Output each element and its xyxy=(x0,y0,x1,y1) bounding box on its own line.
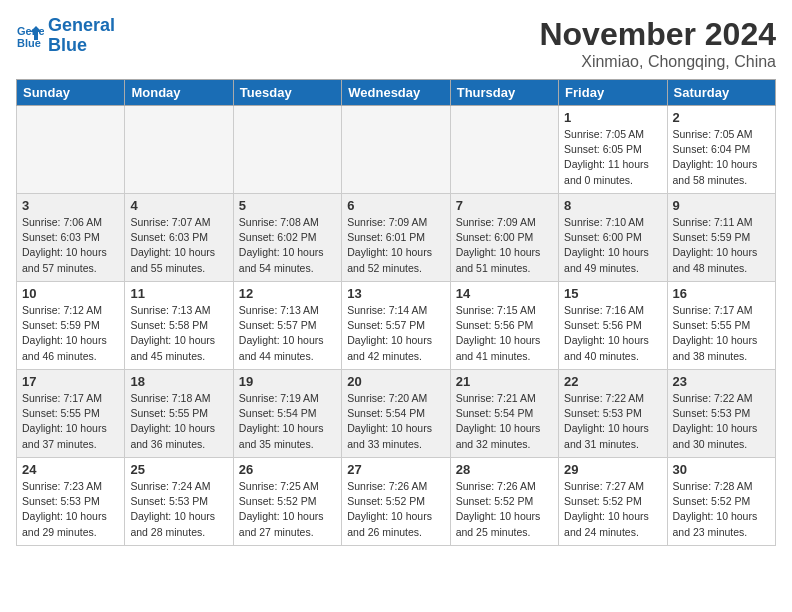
calendar-day-cell: 12Sunrise: 7:13 AM Sunset: 5:57 PM Dayli… xyxy=(233,282,341,370)
day-number: 27 xyxy=(347,462,444,477)
calendar-day-cell: 6Sunrise: 7:09 AM Sunset: 6:01 PM Daylig… xyxy=(342,194,450,282)
calendar-day-cell: 26Sunrise: 7:25 AM Sunset: 5:52 PM Dayli… xyxy=(233,458,341,546)
day-info: Sunrise: 7:24 AM Sunset: 5:53 PM Dayligh… xyxy=(130,479,227,540)
calendar-week-row: 24Sunrise: 7:23 AM Sunset: 5:53 PM Dayli… xyxy=(17,458,776,546)
calendar-day-cell xyxy=(342,106,450,194)
day-number: 16 xyxy=(673,286,770,301)
day-info: Sunrise: 7:10 AM Sunset: 6:00 PM Dayligh… xyxy=(564,215,661,276)
day-number: 26 xyxy=(239,462,336,477)
calendar-day-cell: 28Sunrise: 7:26 AM Sunset: 5:52 PM Dayli… xyxy=(450,458,558,546)
day-info: Sunrise: 7:07 AM Sunset: 6:03 PM Dayligh… xyxy=(130,215,227,276)
day-info: Sunrise: 7:13 AM Sunset: 5:58 PM Dayligh… xyxy=(130,303,227,364)
calendar-day-cell: 14Sunrise: 7:15 AM Sunset: 5:56 PM Dayli… xyxy=(450,282,558,370)
day-info: Sunrise: 7:05 AM Sunset: 6:05 PM Dayligh… xyxy=(564,127,661,188)
day-info: Sunrise: 7:26 AM Sunset: 5:52 PM Dayligh… xyxy=(456,479,553,540)
calendar-day-cell: 22Sunrise: 7:22 AM Sunset: 5:53 PM Dayli… xyxy=(559,370,667,458)
day-number: 21 xyxy=(456,374,553,389)
day-number: 24 xyxy=(22,462,119,477)
day-info: Sunrise: 7:23 AM Sunset: 5:53 PM Dayligh… xyxy=(22,479,119,540)
calendar-day-cell xyxy=(233,106,341,194)
calendar-day-cell: 5Sunrise: 7:08 AM Sunset: 6:02 PM Daylig… xyxy=(233,194,341,282)
day-number: 25 xyxy=(130,462,227,477)
calendar-day-cell: 18Sunrise: 7:18 AM Sunset: 5:55 PM Dayli… xyxy=(125,370,233,458)
day-info: Sunrise: 7:28 AM Sunset: 5:52 PM Dayligh… xyxy=(673,479,770,540)
day-number: 30 xyxy=(673,462,770,477)
calendar-day-cell: 10Sunrise: 7:12 AM Sunset: 5:59 PM Dayli… xyxy=(17,282,125,370)
calendar-week-row: 10Sunrise: 7:12 AM Sunset: 5:59 PM Dayli… xyxy=(17,282,776,370)
day-number: 19 xyxy=(239,374,336,389)
day-info: Sunrise: 7:13 AM Sunset: 5:57 PM Dayligh… xyxy=(239,303,336,364)
weekday-header-row: SundayMondayTuesdayWednesdayThursdayFrid… xyxy=(17,80,776,106)
day-number: 15 xyxy=(564,286,661,301)
location-title: Xinmiao, Chongqing, China xyxy=(539,53,776,71)
day-number: 6 xyxy=(347,198,444,213)
calendar-day-cell: 13Sunrise: 7:14 AM Sunset: 5:57 PM Dayli… xyxy=(342,282,450,370)
calendar-day-cell: 30Sunrise: 7:28 AM Sunset: 5:52 PM Dayli… xyxy=(667,458,775,546)
calendar-week-row: 17Sunrise: 7:17 AM Sunset: 5:55 PM Dayli… xyxy=(17,370,776,458)
calendar-day-cell: 9Sunrise: 7:11 AM Sunset: 5:59 PM Daylig… xyxy=(667,194,775,282)
calendar-day-cell: 19Sunrise: 7:19 AM Sunset: 5:54 PM Dayli… xyxy=(233,370,341,458)
month-title: November 2024 xyxy=(539,16,776,53)
day-number: 9 xyxy=(673,198,770,213)
calendar-day-cell: 17Sunrise: 7:17 AM Sunset: 5:55 PM Dayli… xyxy=(17,370,125,458)
calendar-week-row: 3Sunrise: 7:06 AM Sunset: 6:03 PM Daylig… xyxy=(17,194,776,282)
day-info: Sunrise: 7:14 AM Sunset: 5:57 PM Dayligh… xyxy=(347,303,444,364)
day-info: Sunrise: 7:09 AM Sunset: 6:01 PM Dayligh… xyxy=(347,215,444,276)
day-number: 4 xyxy=(130,198,227,213)
calendar-day-cell: 20Sunrise: 7:20 AM Sunset: 5:54 PM Dayli… xyxy=(342,370,450,458)
day-info: Sunrise: 7:18 AM Sunset: 5:55 PM Dayligh… xyxy=(130,391,227,452)
day-info: Sunrise: 7:08 AM Sunset: 6:02 PM Dayligh… xyxy=(239,215,336,276)
day-info: Sunrise: 7:25 AM Sunset: 5:52 PM Dayligh… xyxy=(239,479,336,540)
day-info: Sunrise: 7:05 AM Sunset: 6:04 PM Dayligh… xyxy=(673,127,770,188)
day-number: 28 xyxy=(456,462,553,477)
calendar-day-cell: 25Sunrise: 7:24 AM Sunset: 5:53 PM Dayli… xyxy=(125,458,233,546)
day-number: 29 xyxy=(564,462,661,477)
calendar-day-cell xyxy=(17,106,125,194)
day-number: 8 xyxy=(564,198,661,213)
day-info: Sunrise: 7:16 AM Sunset: 5:56 PM Dayligh… xyxy=(564,303,661,364)
calendar-day-cell: 1Sunrise: 7:05 AM Sunset: 6:05 PM Daylig… xyxy=(559,106,667,194)
title-area: November 2024 Xinmiao, Chongqing, China xyxy=(539,16,776,71)
day-number: 17 xyxy=(22,374,119,389)
calendar-day-cell: 7Sunrise: 7:09 AM Sunset: 6:00 PM Daylig… xyxy=(450,194,558,282)
day-info: Sunrise: 7:06 AM Sunset: 6:03 PM Dayligh… xyxy=(22,215,119,276)
weekday-header-monday: Monday xyxy=(125,80,233,106)
calendar-day-cell: 16Sunrise: 7:17 AM Sunset: 5:55 PM Dayli… xyxy=(667,282,775,370)
day-number: 23 xyxy=(673,374,770,389)
calendar-day-cell xyxy=(125,106,233,194)
day-number: 5 xyxy=(239,198,336,213)
day-number: 18 xyxy=(130,374,227,389)
weekday-header-friday: Friday xyxy=(559,80,667,106)
day-number: 14 xyxy=(456,286,553,301)
weekday-header-sunday: Sunday xyxy=(17,80,125,106)
calendar-day-cell: 8Sunrise: 7:10 AM Sunset: 6:00 PM Daylig… xyxy=(559,194,667,282)
calendar-day-cell xyxy=(450,106,558,194)
calendar-day-cell: 21Sunrise: 7:21 AM Sunset: 5:54 PM Dayli… xyxy=(450,370,558,458)
calendar-day-cell: 4Sunrise: 7:07 AM Sunset: 6:03 PM Daylig… xyxy=(125,194,233,282)
day-number: 12 xyxy=(239,286,336,301)
calendar-table: SundayMondayTuesdayWednesdayThursdayFrid… xyxy=(16,79,776,546)
day-number: 11 xyxy=(130,286,227,301)
day-info: Sunrise: 7:27 AM Sunset: 5:52 PM Dayligh… xyxy=(564,479,661,540)
day-number: 7 xyxy=(456,198,553,213)
logo-icon: General Blue xyxy=(16,22,44,50)
calendar-day-cell: 24Sunrise: 7:23 AM Sunset: 5:53 PM Dayli… xyxy=(17,458,125,546)
calendar-day-cell: 2Sunrise: 7:05 AM Sunset: 6:04 PM Daylig… xyxy=(667,106,775,194)
day-info: Sunrise: 7:12 AM Sunset: 5:59 PM Dayligh… xyxy=(22,303,119,364)
day-number: 1 xyxy=(564,110,661,125)
header: General Blue General Blue November 2024 … xyxy=(16,16,776,71)
day-number: 13 xyxy=(347,286,444,301)
day-info: Sunrise: 7:17 AM Sunset: 5:55 PM Dayligh… xyxy=(673,303,770,364)
day-info: Sunrise: 7:22 AM Sunset: 5:53 PM Dayligh… xyxy=(673,391,770,452)
day-info: Sunrise: 7:09 AM Sunset: 6:00 PM Dayligh… xyxy=(456,215,553,276)
day-number: 22 xyxy=(564,374,661,389)
day-info: Sunrise: 7:26 AM Sunset: 5:52 PM Dayligh… xyxy=(347,479,444,540)
calendar-day-cell: 23Sunrise: 7:22 AM Sunset: 5:53 PM Dayli… xyxy=(667,370,775,458)
day-info: Sunrise: 7:22 AM Sunset: 5:53 PM Dayligh… xyxy=(564,391,661,452)
day-info: Sunrise: 7:21 AM Sunset: 5:54 PM Dayligh… xyxy=(456,391,553,452)
day-number: 10 xyxy=(22,286,119,301)
logo: General Blue General Blue xyxy=(16,16,115,56)
day-info: Sunrise: 7:19 AM Sunset: 5:54 PM Dayligh… xyxy=(239,391,336,452)
logo-line1: General xyxy=(48,15,115,35)
calendar-week-row: 1Sunrise: 7:05 AM Sunset: 6:05 PM Daylig… xyxy=(17,106,776,194)
